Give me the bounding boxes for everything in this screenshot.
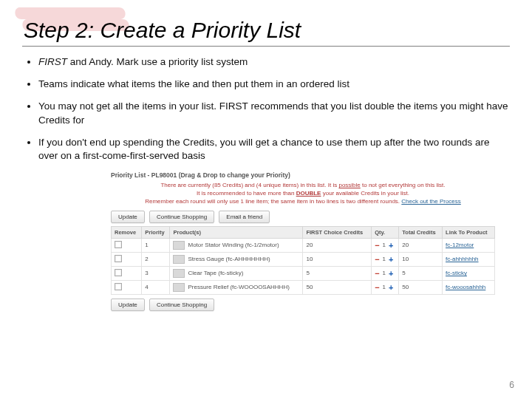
qty-minus-icon[interactable]: − [375, 283, 379, 292]
warn-line1c: to not get everything on this list. [361, 182, 446, 188]
product-thumb [173, 255, 185, 264]
warn-line2a: It is recommended to have more than [197, 190, 296, 197]
priority-table: Remove Priority Product(s) FIRST Choice … [111, 226, 495, 295]
warn-line2b: your available Credits in your list. [321, 190, 409, 197]
remove-checkbox[interactable] [115, 255, 122, 262]
cell-priority: 1 [142, 238, 170, 252]
warn-line3a: Remember each round will only use 1 line… [145, 198, 401, 205]
table-row: 3 Clear Tape (fc-sticky) 5 − 1 + 5 fc-st… [112, 266, 495, 280]
warn-double: DOUBLE [296, 190, 321, 197]
warning-text: There are currently (85 Credits) and (4 … [111, 182, 495, 205]
cell-total: 10 [399, 252, 443, 266]
cell-qty: 1 [381, 242, 387, 248]
table-header-row: Remove Priority Product(s) FIRST Choice … [112, 226, 495, 238]
product-link[interactable]: fc-wooosahhhh [446, 284, 485, 290]
button-row-bottom: Update Continue Shopping [111, 299, 495, 311]
cell-total: 5 [399, 266, 443, 280]
cell-product: Pressure Relief (fc-WOOOOSAHHHH) [188, 284, 289, 290]
cell-priority: 2 [142, 252, 170, 266]
bullet-text: and Andy. Mark use a priority list syste… [67, 56, 248, 67]
col-qty: Qty. [372, 226, 399, 238]
checkout-link[interactable]: Check out the Process [401, 198, 460, 205]
bullet-text: Teams indicate what items the like and t… [38, 78, 349, 89]
cell-priority: 4 [142, 280, 170, 294]
bullet-text: You may not get all the items in your li… [38, 100, 508, 125]
continue-shopping-button[interactable]: Continue Shopping [149, 211, 214, 223]
bullet-text: If you don't end up spending the Credits… [38, 137, 489, 161]
table-row: 4 Pressure Relief (fc-WOOOOSAHHHH) 50 − … [112, 280, 495, 294]
list-item: FIRST and Andy. Mark use a priority list… [38, 55, 510, 69]
table-row: 2 Stress Gauge (fc-AHHHHHHH) 10 − 1 + 10… [112, 252, 495, 266]
cell-first-credits: 20 [303, 238, 372, 252]
qty-plus-icon[interactable]: + [389, 255, 393, 264]
qty-plus-icon[interactable]: + [389, 269, 393, 278]
col-remove: Remove [112, 226, 142, 238]
cell-qty: 1 [381, 270, 387, 276]
email-friend-button[interactable]: Email a friend [219, 211, 270, 223]
qty-plus-icon[interactable]: + [389, 241, 393, 250]
qty-minus-icon[interactable]: − [375, 269, 379, 278]
product-link[interactable]: fc-sticky [446, 270, 467, 276]
warn-possible: possible [338, 182, 360, 188]
col-product: Product(s) [170, 226, 303, 238]
table-row: 1 Motor Stator Winding (fc-1/2motor) 20 … [112, 238, 495, 252]
cell-first-credits: 50 [303, 280, 372, 294]
product-link[interactable]: fc-ahhhhhhh [446, 256, 478, 262]
qty-minus-icon[interactable]: − [375, 241, 379, 250]
remove-checkbox[interactable] [115, 283, 122, 290]
update-button[interactable]: Update [111, 299, 145, 311]
col-priority: Priority [142, 226, 170, 238]
cell-first-credits: 5 [303, 266, 372, 280]
cell-qty: 1 [381, 284, 387, 290]
page-number: 6 [509, 380, 514, 390]
cell-priority: 3 [142, 266, 170, 280]
cell-product: Motor Stator Winding (fc-1/2motor) [188, 242, 279, 248]
continue-shopping-button[interactable]: Continue Shopping [149, 299, 214, 311]
button-row-top: Update Continue Shopping Email a friend [111, 211, 495, 223]
priority-list-header: Priority List - PL98001 (Drag & Drop to … [111, 171, 495, 179]
slide-title: Step 2: Create a Priority List [24, 18, 510, 43]
cell-product: Clear Tape (fc-sticky) [188, 270, 243, 276]
product-link[interactable]: fc-12motor [446, 242, 474, 248]
update-button[interactable]: Update [111, 211, 145, 223]
warn-line1a: There are currently (85 Credits) and (4 … [160, 182, 338, 188]
emphasis-first: FIRST [38, 56, 67, 67]
col-first-credits: FIRST Choice Credits [303, 226, 372, 238]
qty-plus-icon[interactable]: + [389, 283, 393, 292]
cell-product: Stress Gauge (fc-AHHHHHHH) [188, 256, 270, 262]
cell-first-credits: 10 [303, 252, 372, 266]
list-item: You may not get all the items in your li… [38, 100, 510, 126]
list-item: Teams indicate what items the like and t… [38, 78, 510, 91]
bullet-list: FIRST and Andy. Mark use a priority list… [22, 55, 510, 163]
qty-minus-icon[interactable]: − [375, 255, 379, 264]
product-thumb [173, 241, 185, 250]
product-thumb [173, 283, 185, 292]
col-total-credits: Total Credits [399, 226, 443, 238]
list-item: If you don't end up spending the Credits… [38, 136, 510, 163]
slide: Step 2: Create a Priority List FIRST and… [0, 0, 532, 399]
cell-qty: 1 [381, 256, 387, 262]
cell-total: 50 [399, 280, 443, 294]
cell-total: 20 [399, 238, 443, 252]
remove-checkbox[interactable] [115, 241, 122, 248]
title-underline [22, 46, 510, 47]
embedded-screenshot: Priority List - PL98001 (Drag & Drop to … [111, 171, 495, 310]
col-link: Link To Product [443, 226, 495, 238]
product-thumb [173, 269, 185, 278]
remove-checkbox[interactable] [115, 269, 122, 276]
